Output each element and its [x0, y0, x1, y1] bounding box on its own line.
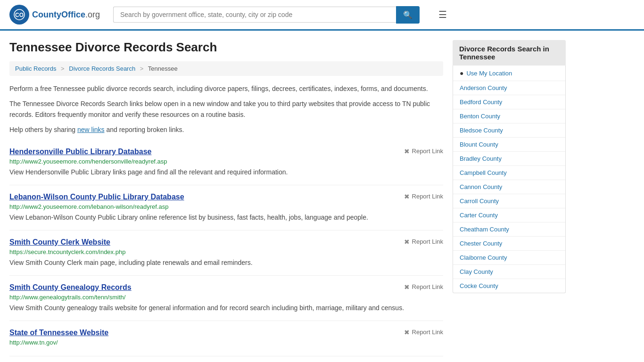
breadcrumb-sep-2: > — [140, 65, 144, 72]
sidebar-county-item-14[interactable]: Cocke County — [453, 279, 565, 293]
description-3: Help others by sharing new links and rep… — [9, 124, 443, 135]
new-links-link[interactable]: new links — [77, 126, 105, 133]
logo-text: CountyOffice.org — [32, 10, 100, 20]
description-3-prefix: Help others by sharing — [9, 126, 77, 133]
report-link-btn-0[interactable]: ✖ Report Link — [404, 148, 443, 155]
sidebar-county-item-1[interactable]: Bedford County — [453, 95, 565, 109]
result-url-3[interactable]: http://www.genealogytrails.com/tenn/smit… — [9, 294, 443, 301]
sidebar-county-item-4[interactable]: Blount County — [453, 138, 565, 152]
sidebar-list: ● Use My Location Anderson CountyBedford… — [453, 66, 566, 293]
report-link-label-3: Report Link — [412, 283, 443, 290]
search-input[interactable] — [113, 7, 396, 23]
sidebar-counties: Anderson CountyBedford CountyBenton Coun… — [453, 81, 565, 293]
description-1: Perform a free Tennessee public divorce … — [9, 83, 443, 94]
sidebar-county-item-10[interactable]: Cheatham County — [453, 222, 565, 237]
sidebar-title: Divorce Records Search in Tennessee — [453, 40, 566, 66]
report-link-label-2: Report Link — [412, 238, 443, 245]
report-icon-3: ✖ — [404, 283, 410, 291]
description-3-suffix: and reporting broken links. — [105, 126, 184, 133]
report-link-btn-2[interactable]: ✖ Report Link — [404, 238, 443, 246]
result-item: Lebanon-Wilson County Public Library Dat… — [9, 185, 443, 230]
page-title: Tennessee Divorce Records Search — [9, 40, 443, 55]
result-title-2[interactable]: Smith County Clerk Website — [9, 238, 110, 247]
content-area: Tennessee Divorce Records Search Public … — [9, 40, 443, 356]
report-link-btn-3[interactable]: ✖ Report Link — [404, 283, 443, 291]
search-button[interactable]: 🔍 — [396, 6, 420, 24]
result-item: State of Tennessee Website ✖ Report Link… — [9, 321, 443, 356]
result-url-0[interactable]: http://www2.youseemore.com/hendersonvill… — [9, 158, 443, 165]
breadcrumb-current: Tennessee — [148, 65, 178, 72]
sidebar-county-item-5[interactable]: Bradley County — [453, 152, 565, 166]
result-desc-0: View Hendersonville Public Library links… — [9, 167, 443, 177]
report-link-label-4: Report Link — [412, 329, 443, 336]
search-bar: 🔍 — [113, 6, 420, 24]
breadcrumb-link-public-records[interactable]: Public Records — [15, 65, 56, 72]
result-item: Smith County Clerk Website ✖ Report Link… — [9, 230, 443, 276]
breadcrumb-link-divorce[interactable]: Divorce Records Search — [69, 65, 135, 72]
results-container: Hendersonville Public Library Database ✖… — [9, 140, 443, 356]
report-link-btn-1[interactable]: ✖ Report Link — [404, 193, 443, 200]
sidebar-county-item-7[interactable]: Cannon County — [453, 180, 565, 194]
result-title-4[interactable]: State of Tennessee Website — [9, 329, 108, 337]
report-icon-1: ✖ — [404, 193, 410, 200]
sidebar-county-item-3[interactable]: Bledsoe County — [453, 123, 565, 138]
result-url-4[interactable]: http://www.tn.gov/ — [9, 339, 443, 346]
logo[interactable]: CO CountyOffice.org — [9, 5, 104, 25]
result-title-3[interactable]: Smith County Genealogy Records — [9, 283, 132, 292]
result-url-2[interactable]: https://secure.tncountyclerk.com/index.p… — [9, 248, 443, 255]
location-icon: ● — [460, 69, 463, 77]
svg-text:CO: CO — [15, 12, 24, 18]
sidebar-county-item-13[interactable]: Clay County — [453, 265, 565, 279]
logo-icon: CO — [9, 5, 29, 25]
sidebar-county-item-9[interactable]: Carter County — [453, 208, 565, 222]
result-desc-1: View Lebanon-Wilson County Public Librar… — [9, 213, 443, 222]
breadcrumb: Public Records > Divorce Records Search … — [9, 61, 443, 76]
sidebar-county-item-12[interactable]: Claiborne County — [453, 251, 565, 265]
report-link-label-0: Report Link — [412, 148, 443, 155]
report-icon-0: ✖ — [404, 148, 410, 155]
result-item: Hendersonville Public Library Database ✖… — [9, 140, 443, 185]
result-item: Smith County Genealogy Records ✖ Report … — [9, 276, 443, 321]
sidebar-county-item-11[interactable]: Chester County — [453, 237, 565, 251]
sidebar-county-item-8[interactable]: Carroll County — [453, 194, 565, 208]
report-icon-2: ✖ — [404, 238, 410, 246]
sidebar: Divorce Records Search in Tennessee ● Us… — [453, 40, 566, 356]
hamburger-button[interactable]: ☰ — [434, 5, 452, 24]
description-2: The Tennessee Divorce Records Search lin… — [9, 99, 443, 120]
report-link-btn-4[interactable]: ✖ Report Link — [404, 329, 443, 336]
sidebar-county-item-0[interactable]: Anderson County — [453, 81, 565, 95]
breadcrumb-sep-1: > — [61, 65, 65, 72]
result-title-1[interactable]: Lebanon-Wilson County Public Library Dat… — [9, 193, 184, 201]
use-my-location[interactable]: ● Use My Location — [453, 66, 565, 81]
report-icon-4: ✖ — [404, 329, 410, 336]
result-title-0[interactable]: Hendersonville Public Library Database — [9, 148, 151, 156]
result-desc-2: View Smith County Clerk main page, inclu… — [9, 258, 443, 268]
result-desc-3: View Smith County genealogy trails websi… — [9, 303, 443, 313]
use-location-label: Use My Location — [466, 70, 512, 77]
result-url-1[interactable]: http://www2.youseemore.com/lebanon-wilso… — [9, 203, 443, 210]
sidebar-county-item-2[interactable]: Benton County — [453, 109, 565, 123]
report-link-label-1: Report Link — [412, 193, 443, 200]
sidebar-county-item-6[interactable]: Campbell County — [453, 166, 565, 180]
